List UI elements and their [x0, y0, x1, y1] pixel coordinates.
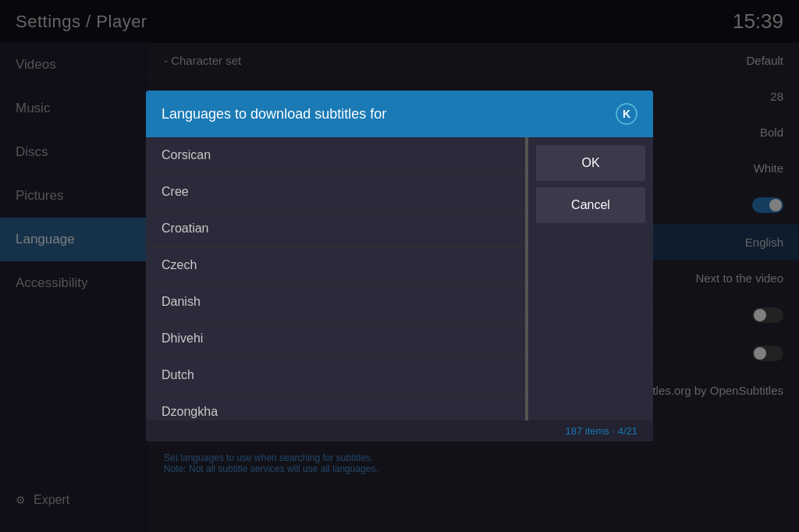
language-list-container[interactable]: Corsican Cree Croatian Czech Danish Dhiv…: [146, 137, 528, 420]
modal-close-button[interactable]: K: [616, 103, 637, 125]
lang-item-dhivehi[interactable]: Dhivehi: [146, 321, 525, 357]
modal-actions: OK Cancel: [528, 137, 653, 420]
lang-item-dzongkha[interactable]: Dzongkha: [146, 394, 525, 420]
lang-item-dutch[interactable]: Dutch: [146, 357, 525, 394]
modal-footer: 187 items · 4/21: [146, 420, 653, 442]
kodi-logo-icon: K: [616, 103, 637, 125]
modal-header: Languages to download subtitles for K: [146, 90, 653, 137]
lang-item-cree[interactable]: Cree: [146, 174, 525, 211]
lang-item-croatian[interactable]: Croatian: [146, 211, 525, 247]
modal-overlay: Languages to download subtitles for K Co…: [0, 0, 799, 532]
svg-text:K: K: [623, 108, 630, 120]
lang-item-corsican[interactable]: Corsican: [146, 137, 525, 174]
language-modal: Languages to download subtitles for K Co…: [146, 90, 653, 442]
modal-title: Languages to download subtitles for: [162, 106, 386, 122]
items-count: 187 items · 4/21: [565, 425, 637, 437]
ok-button[interactable]: OK: [536, 145, 645, 181]
modal-body: Corsican Cree Croatian Czech Danish Dhiv…: [146, 137, 653, 420]
lang-item-danish[interactable]: Danish: [146, 284, 525, 321]
lang-item-czech[interactable]: Czech: [146, 247, 525, 284]
cancel-button[interactable]: Cancel: [536, 187, 645, 223]
